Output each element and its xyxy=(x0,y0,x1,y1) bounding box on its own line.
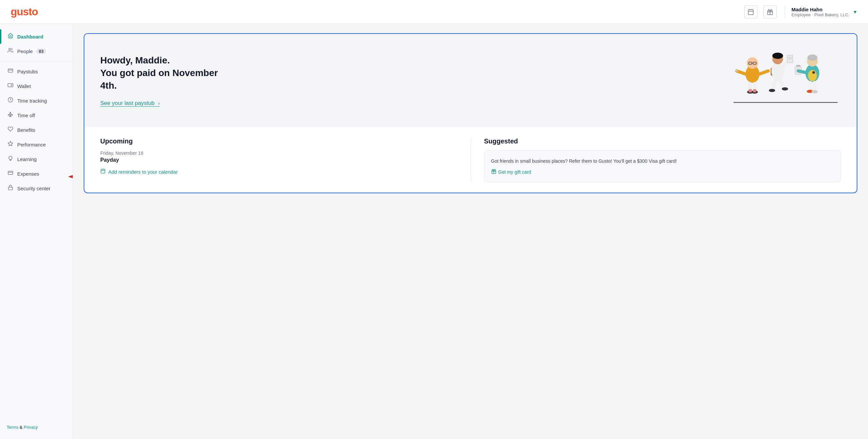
svg-rect-33 xyxy=(753,89,756,93)
svg-rect-59 xyxy=(101,169,105,173)
suggested-card-text: Got friends in small business places? Re… xyxy=(491,157,834,165)
svg-rect-55 xyxy=(813,81,816,91)
sidebar-item-label: Expenses xyxy=(17,171,39,177)
svg-point-7 xyxy=(9,48,11,50)
svg-line-26 xyxy=(760,71,768,74)
chevron-right-icon: › xyxy=(158,100,160,106)
sidebar-item-label: Wallet xyxy=(17,83,31,89)
welcome-illustration xyxy=(715,47,841,114)
sidebar-item-label: Benefits xyxy=(17,127,35,133)
welcome-section: Howdy, Maddie. You got paid on November … xyxy=(84,34,857,127)
sidebar-item-benefits[interactable]: Benefits xyxy=(0,123,73,137)
sidebar-divider xyxy=(0,61,73,61)
airplane-icon xyxy=(7,112,14,119)
sidebar-item-security-center[interactable]: Security center xyxy=(0,181,73,196)
terms-link[interactable]: Terms xyxy=(7,425,18,430)
svg-point-37 xyxy=(772,53,783,59)
header-right: Maddie Hahn Employee · Pixel Bakery, LLC… xyxy=(744,5,857,19)
calendar-small-icon xyxy=(100,168,105,175)
sidebar-item-paystubs[interactable]: Paystubs xyxy=(0,64,73,79)
star-icon xyxy=(7,141,14,148)
sidebar-item-label: Time tracking xyxy=(17,98,47,104)
svg-rect-10 xyxy=(8,84,13,87)
sidebar-item-learning[interactable]: Learning xyxy=(0,152,73,166)
user-role: Employee · Pixel Bakery, LLC. xyxy=(792,12,850,17)
sidebar-item-time-off[interactable]: Time off xyxy=(0,108,73,123)
sidebar-item-label: Performance xyxy=(17,142,46,148)
sidebar-item-time-tracking[interactable]: Time tracking xyxy=(0,93,73,108)
svg-line-43 xyxy=(779,79,784,88)
sidebar-item-label: People xyxy=(17,49,33,54)
suggested-section: Suggested Got friends in small business … xyxy=(471,137,841,182)
sidebar-item-dashboard[interactable]: Dashboard xyxy=(0,29,73,44)
upcoming-section: Upcoming Friday, November 18 Payday xyxy=(100,137,471,182)
calendar-icon-button[interactable] xyxy=(744,5,757,19)
welcome-heading: Howdy, Maddie. You got paid on November … xyxy=(100,54,226,92)
gift-icon-button[interactable] xyxy=(764,5,777,19)
svg-rect-27 xyxy=(736,70,738,72)
user-info: Maddie Hahn Employee · Pixel Bakery, LLC… xyxy=(792,7,850,17)
wallet-icon xyxy=(7,82,14,90)
bottom-section: Upcoming Friday, November 18 Payday xyxy=(84,127,857,193)
calendar-link-text: Add reminders to your calendar xyxy=(108,169,178,175)
welcome-text: Howdy, Maddie. You got paid on November … xyxy=(100,54,226,106)
sidebar: Dashboard People 83 xyxy=(0,24,73,439)
main-content: Howdy, Maddie. You got paid on November … xyxy=(73,24,868,439)
upcoming-date: Friday, November 18 xyxy=(100,150,457,156)
layout: Dashboard People 83 xyxy=(0,24,868,439)
dashboard-card: Howdy, Maddie. You got paid on November … xyxy=(84,33,857,193)
home-icon xyxy=(7,33,14,40)
privacy-link[interactable]: Privacy xyxy=(24,425,38,430)
svg-rect-15 xyxy=(8,171,12,175)
heart-icon xyxy=(7,126,14,133)
svg-point-51 xyxy=(807,55,817,61)
logo: gusto xyxy=(11,6,38,18)
sidebar-item-people[interactable]: People 83 xyxy=(0,44,73,58)
svg-point-49 xyxy=(808,70,817,81)
people-badge: 83 xyxy=(36,49,46,54)
sidebar-item-label: Paystubs xyxy=(17,69,38,74)
chevron-down-icon: ▼ xyxy=(853,9,857,14)
paystubs-icon xyxy=(7,68,14,75)
svg-point-57 xyxy=(811,90,818,93)
lightbulb-icon xyxy=(7,155,14,163)
upcoming-event: Payday xyxy=(100,157,457,163)
svg-rect-17 xyxy=(8,187,12,190)
user-name: Maddie Hahn xyxy=(792,7,850,12)
svg-line-52 xyxy=(798,71,806,73)
user-menu[interactable]: Maddie Hahn Employee · Pixel Bakery, LLC… xyxy=(792,7,857,17)
suggested-title: Suggested xyxy=(484,137,841,145)
gift-icon xyxy=(491,169,496,175)
svg-line-25 xyxy=(737,71,746,74)
header: gusto xyxy=(0,0,868,24)
sidebar-item-label: Security center xyxy=(17,186,51,191)
sidebar-item-label: Learning xyxy=(17,156,36,162)
sidebar-item-performance[interactable]: Performance xyxy=(0,137,73,152)
svg-rect-39 xyxy=(787,55,793,63)
people-icon xyxy=(7,48,14,55)
svg-point-44 xyxy=(769,89,775,92)
lock-icon xyxy=(7,185,14,192)
svg-rect-32 xyxy=(749,89,752,93)
gift-link-text: Get my gift card xyxy=(498,169,531,175)
expenses-icon xyxy=(7,170,14,177)
svg-rect-47 xyxy=(796,65,800,67)
svg-line-42 xyxy=(773,79,776,90)
sidebar-footer: Terms & Privacy xyxy=(0,421,73,434)
active-indicator xyxy=(0,29,1,44)
and-text: & xyxy=(20,425,24,430)
clock-icon xyxy=(7,97,14,104)
sidebar-item-label: Dashboard xyxy=(17,34,43,39)
suggested-card: Got friends in small business places? Re… xyxy=(484,150,841,182)
svg-marker-12 xyxy=(8,141,12,146)
svg-rect-54 xyxy=(809,81,812,91)
sidebar-item-wallet[interactable]: Wallet xyxy=(0,79,73,93)
svg-rect-0 xyxy=(748,10,753,14)
sidebar-item-expenses[interactable]: Expenses xyxy=(0,166,73,181)
add-calendar-link[interactable]: Add reminders to your calendar xyxy=(100,168,457,175)
svg-rect-8 xyxy=(8,69,12,72)
svg-point-45 xyxy=(782,87,788,91)
paystub-link[interactable]: See your last paystub › xyxy=(100,100,160,106)
gift-card-link[interactable]: Get my gift card xyxy=(491,169,834,175)
svg-point-35 xyxy=(771,62,784,80)
